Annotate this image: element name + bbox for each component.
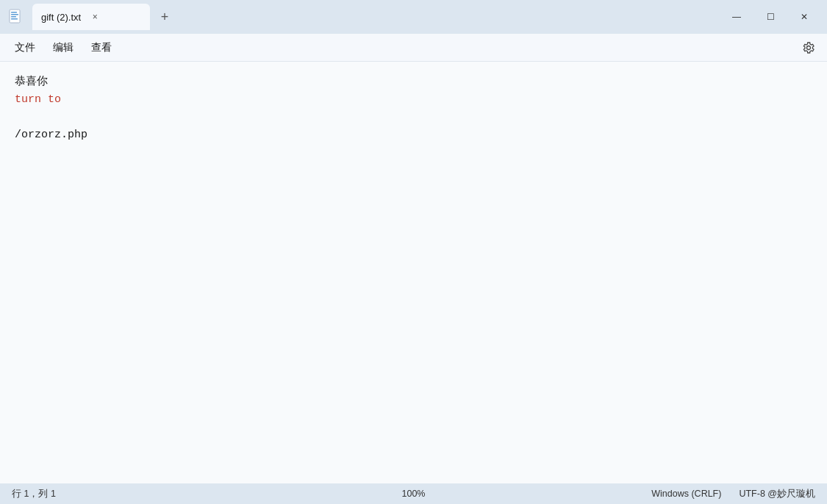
editor-line-3 [15, 109, 812, 126]
status-zoom[interactable]: 100% [402, 489, 426, 499]
status-bar: 行 1，列 1 100% Windows (CRLF) UTF-8 @妙尺璇机 [0, 483, 827, 504]
status-line-ending[interactable]: Windows (CRLF) [651, 489, 721, 499]
tab-area: gift (2).txt × + [32, 0, 720, 34]
svg-rect-2 [11, 14, 18, 15]
svg-rect-4 [11, 18, 18, 20]
new-tab-button[interactable]: + [153, 5, 176, 29]
editor-line-4: /orzorz.php [15, 126, 812, 144]
tab-gift[interactable]: gift (2).txt × [32, 4, 150, 30]
status-encoding[interactable]: UTF-8 @妙尺璇机 [739, 488, 815, 500]
tab-close-button[interactable]: × [88, 10, 101, 24]
maximize-button[interactable]: ☐ [753, 5, 787, 29]
status-right: Windows (CRLF) UTF-8 @妙尺璇机 [651, 488, 815, 500]
tab-title: gift (2).txt [41, 12, 81, 23]
gear-icon [802, 41, 815, 54]
close-button[interactable]: ✕ [787, 5, 821, 29]
menu-file[interactable]: 文件 [6, 38, 44, 57]
status-position[interactable]: 行 1，列 1 [12, 488, 56, 500]
editor-line-1: 恭喜你 [15, 73, 812, 91]
settings-button[interactable] [796, 35, 821, 60]
menu-bar: 文件 编辑 查看 [0, 34, 827, 62]
minimize-button[interactable]: — [720, 5, 753, 29]
status-bar-inner: 行 1，列 1 100% Windows (CRLF) UTF-8 @妙尺璇机 [12, 488, 815, 500]
svg-rect-3 [11, 16, 16, 18]
svg-rect-1 [11, 12, 17, 13]
title-bar: gift (2).txt × + — ☐ ✕ [0, 0, 827, 34]
menu-view[interactable]: 查看 [82, 38, 121, 57]
menu-items: 文件 编辑 查看 [6, 38, 121, 57]
editor-line-2: turn to [15, 91, 812, 109]
window-controls: — ☐ ✕ [720, 5, 821, 29]
editor-area[interactable]: 恭喜你 turn to /orzorz.php [0, 62, 827, 483]
app-icon [6, 7, 26, 27]
menu-edit[interactable]: 编辑 [44, 38, 82, 57]
